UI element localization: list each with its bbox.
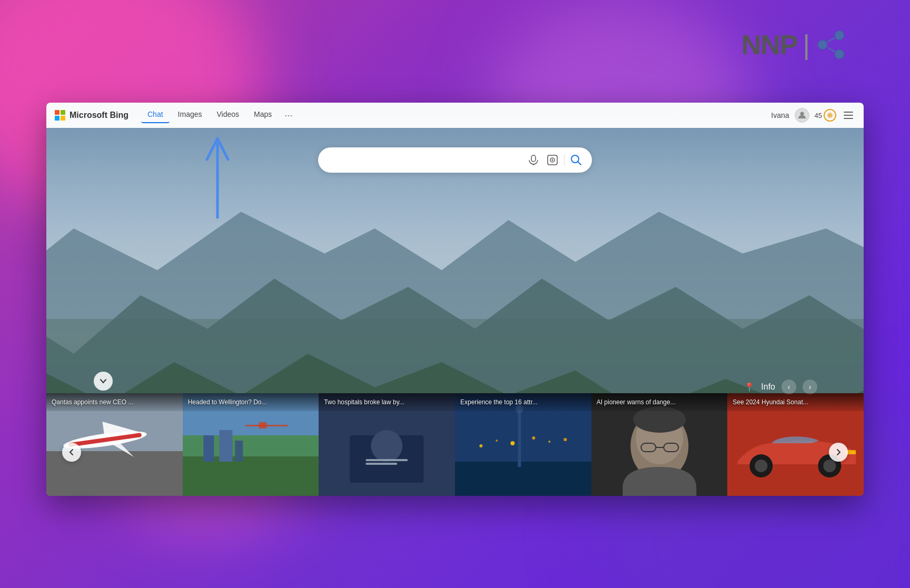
- info-prev-arrow[interactable]: ‹: [782, 380, 796, 394]
- svg-point-47: [563, 438, 567, 441]
- info-next-arrow[interactable]: ›: [803, 380, 817, 394]
- news-card-3-title: Experience the top 16 attr...: [460, 398, 586, 407]
- svg-rect-32: [235, 441, 243, 462]
- bing-logo[interactable]: Microsoft Bing: [55, 110, 128, 121]
- news-card-5-overlay: See 2024 Hyundai Sonat...: [727, 393, 864, 411]
- search-icons: [526, 153, 583, 167]
- news-card-0-overlay: Qantas appoints new CEO ...: [46, 393, 183, 411]
- nav-more-button[interactable]: ···: [280, 108, 296, 123]
- svg-rect-41: [455, 462, 591, 496]
- svg-rect-30: [203, 435, 214, 462]
- search-input[interactable]: [327, 155, 522, 165]
- carousel-prev-button[interactable]: [62, 443, 81, 462]
- bing-hero: Microsoft Bing Chat Images Videos Maps ·…: [46, 103, 864, 496]
- news-card-2-overlay: Two hospitals broke law by...: [319, 393, 455, 411]
- search-container: [318, 147, 592, 173]
- news-card-5-title: See 2024 Hyundai Sonat...: [733, 398, 858, 407]
- share-icon: [815, 29, 847, 61]
- microphone-icon[interactable]: [526, 153, 541, 167]
- menu-bar-1: [844, 112, 853, 113]
- bing-nav-links: Chat Images Videos Maps ···: [141, 108, 296, 123]
- microsoft-squares-icon: [55, 110, 65, 121]
- svg-point-1: [818, 40, 827, 49]
- carousel-next-button[interactable]: [829, 443, 848, 462]
- image-search-icon[interactable]: [545, 153, 560, 167]
- nnp-divider: |: [803, 29, 810, 61]
- news-card-2-title: Two hospitals broke law by...: [324, 398, 450, 407]
- svg-point-37: [371, 430, 403, 462]
- news-card-4[interactable]: AI pioneer warns of dange...: [591, 393, 728, 496]
- brand-name: Microsoft Bing: [70, 111, 128, 120]
- svg-point-46: [548, 441, 550, 443]
- user-name: Ivana: [771, 111, 789, 119]
- reward-icon[interactable]: [824, 109, 836, 122]
- svg-point-43: [496, 440, 498, 442]
- user-avatar[interactable]: [795, 108, 809, 123]
- menu-bar-2: [844, 115, 853, 116]
- nav-link-images[interactable]: Images: [172, 108, 209, 123]
- location-icon: 📍: [744, 382, 755, 392]
- svg-point-62: [824, 460, 836, 472]
- news-carousel: Qantas appoints new CEO ...: [46, 393, 864, 496]
- nnp-logo: NNP |: [741, 29, 847, 61]
- svg-rect-28: [183, 456, 319, 496]
- browser-window: Microsoft Bing Chat Images Videos Maps ·…: [46, 103, 864, 496]
- search-box: [318, 147, 592, 173]
- svg-line-3: [827, 38, 835, 42]
- svg-point-45: [532, 436, 535, 440]
- svg-point-12: [828, 113, 832, 117]
- news-card-1[interactable]: Headed to Wellington? Do...: [183, 393, 319, 496]
- chevron-down-button[interactable]: [94, 372, 113, 391]
- svg-rect-34: [259, 422, 266, 428]
- news-card-3[interactable]: Experience the top 16 attr...: [455, 393, 591, 496]
- search-divider: [564, 154, 565, 166]
- svg-point-17: [552, 160, 553, 161]
- bing-nav-right: Ivana 45: [771, 108, 855, 123]
- info-label[interactable]: Info: [761, 382, 775, 392]
- news-card-2[interactable]: Two hospitals broke law by...: [319, 393, 455, 496]
- menu-bar-3: [844, 118, 853, 119]
- svg-rect-38: [366, 459, 408, 461]
- news-card-4-overlay: AI pioneer warns of dange...: [591, 393, 728, 411]
- hamburger-menu-button[interactable]: [842, 109, 855, 121]
- search-submit-button[interactable]: [569, 153, 583, 167]
- svg-point-2: [835, 49, 844, 59]
- news-card-1-overlay: Headed to Wellington? Do...: [183, 393, 319, 411]
- svg-rect-39: [366, 463, 398, 465]
- sq-red: [55, 110, 60, 115]
- nnp-text: NNP: [741, 29, 798, 61]
- news-card-3-overlay: Experience the top 16 attr...: [455, 393, 591, 411]
- svg-point-0: [835, 31, 844, 40]
- svg-rect-31: [219, 430, 232, 462]
- svg-point-10: [800, 112, 804, 116]
- news-card-1-title: Headed to Wellington? Do...: [188, 398, 314, 407]
- reward-badge: 45: [815, 109, 836, 122]
- svg-rect-13: [531, 155, 536, 162]
- nav-link-maps[interactable]: Maps: [248, 108, 278, 123]
- svg-point-44: [510, 441, 515, 445]
- svg-point-60: [755, 460, 768, 472]
- news-card-0-title: Qantas appoints new CEO ...: [52, 398, 177, 407]
- reward-count: 45: [815, 112, 822, 119]
- news-card-4-title: AI pioneer warns of dange...: [597, 398, 723, 407]
- sq-green: [61, 110, 65, 115]
- info-overlay: 📍 Info ‹ ›: [744, 380, 817, 394]
- svg-point-42: [479, 444, 482, 447]
- sq-blue: [55, 116, 60, 121]
- svg-line-19: [578, 162, 581, 165]
- nav-link-chat[interactable]: Chat: [141, 108, 170, 123]
- nav-link-videos[interactable]: Videos: [211, 108, 246, 123]
- sq-yellow: [61, 116, 65, 121]
- svg-line-4: [827, 47, 835, 52]
- bing-navbar: Microsoft Bing Chat Images Videos Maps ·…: [46, 103, 864, 128]
